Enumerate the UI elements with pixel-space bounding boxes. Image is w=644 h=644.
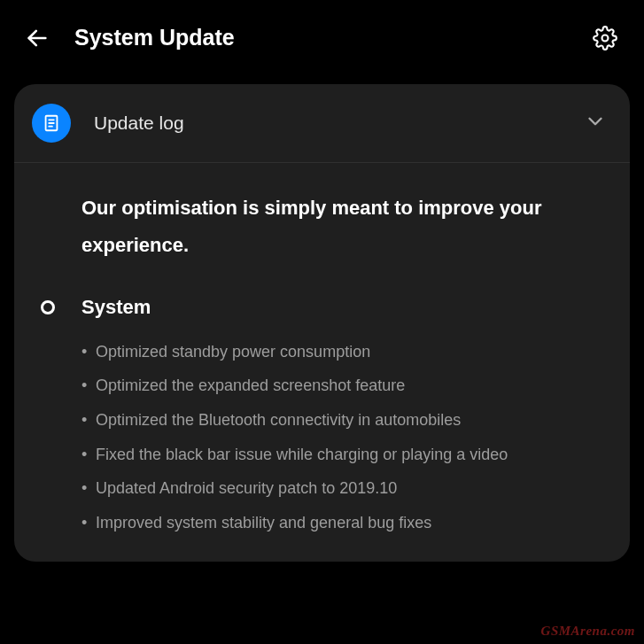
list-item: Improved system stability and general bu… (81, 506, 610, 540)
section-header: System (34, 296, 610, 319)
list-item: Fixed the black bar issue while charging… (81, 438, 610, 472)
card-title: Update log (94, 113, 584, 134)
watermark: GSMArena.com (541, 624, 635, 639)
gear-icon (593, 26, 617, 50)
svg-point-1 (602, 35, 609, 41)
update-log-header[interactable]: Update log (14, 84, 630, 163)
section-title: System (81, 296, 151, 319)
list-item: Optimized the expanded screenshot featur… (81, 369, 610, 403)
header-left-group: System Update (25, 25, 235, 50)
update-log-card: Update log Our optimisation is simply me… (14, 84, 630, 562)
document-icon (32, 104, 71, 143)
page-title: System Update (74, 25, 235, 50)
chevron-down-icon (584, 110, 607, 136)
back-button[interactable] (25, 26, 50, 50)
intro-text: Our optimisation is simply meant to impr… (81, 190, 610, 264)
app-header: System Update (0, 0, 644, 75)
card-body: Our optimisation is simply meant to impr… (14, 163, 630, 562)
list-item: Optimized standby power consumption (81, 335, 610, 369)
list-item: Updated Android security patch to 2019.1… (81, 471, 610, 506)
list-item: Optimized the Bluetooth connectivity in … (81, 403, 610, 438)
section-bullet-icon (41, 300, 55, 314)
settings-button[interactable] (593, 26, 617, 50)
changelog-list: Optimized standby power consumption Opti… (81, 335, 610, 540)
arrow-left-icon (25, 26, 50, 50)
